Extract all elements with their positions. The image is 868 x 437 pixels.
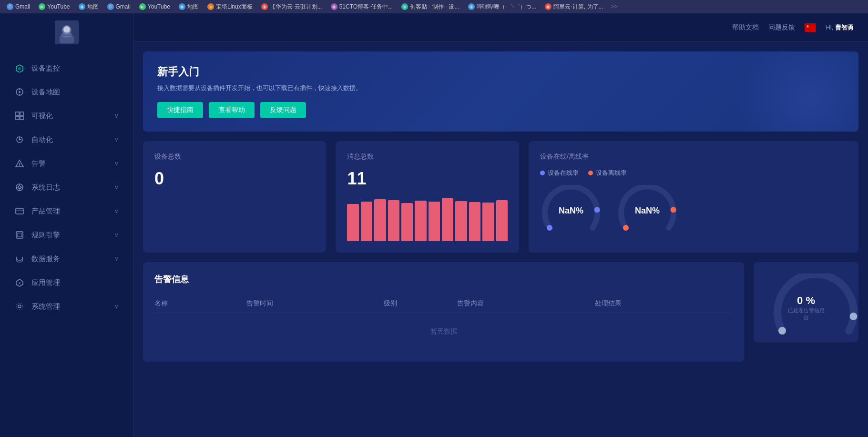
device-total-label: 设备总数 — [154, 152, 315, 161]
main-content: 帮助文档 问题反馈 Hi, 曹智勇 新手入门 接入数据需要从设备插件开发开始，也… — [133, 13, 868, 437]
tab-youtube-2[interactable]: ▶ YouTube — [136, 2, 173, 11]
offline-legend-dot — [588, 171, 593, 175]
svg-rect-27 — [18, 233, 21, 237]
rule-engine-icon — [14, 230, 25, 240]
browser-tab-bar: G Gmail ▶ YouTube ◉ 地图 G Gmail ▶ YouTube… — [0, 0, 868, 13]
alert-table-header: 名称 告警时间 级别 告警内容 处理结果 — [154, 295, 733, 313]
tab-youtube-1[interactable]: ▶ YouTube — [36, 2, 72, 11]
user-greeting: Hi, 曹智勇 — [826, 23, 854, 32]
sidebar-item-device-map[interactable]: 设备地图 — [0, 80, 133, 104]
bar-chart-bar — [469, 202, 480, 241]
device-rate-card: 设备在线/离线率 设备在线率 设备离线率 — [529, 141, 858, 253]
tab-51cto[interactable]: ◉ 51CTO博客-任务中... — [328, 2, 396, 12]
svg-point-3 — [63, 26, 70, 33]
alarm-arrow: ∨ — [114, 160, 119, 167]
sidebar-item-system-log[interactable]: 系统日志 ∨ — [0, 175, 133, 199]
partial-gauge-card: 0 % 已处理告警信息自 — [754, 262, 858, 342]
sidebar-item-data-service[interactable]: 数据服务 ∨ — [0, 247, 133, 271]
system-log-arrow: ∨ — [114, 184, 119, 191]
more-tabs-indicator: >> — [611, 3, 618, 10]
automation-icon — [14, 134, 25, 145]
svg-point-29 — [19, 282, 20, 284]
welcome-desc: 接入数据需要从设备插件开发开始，也可以下载已有插件，快速接入数据。 — [157, 84, 844, 92]
offline-gauge: NaN% — [616, 185, 678, 233]
help-docs-link[interactable]: 帮助文档 — [732, 23, 759, 32]
bar-chart-bar — [415, 201, 426, 241]
tab-baota[interactable]: ◈ 宝塔Linux面板 — [204, 2, 255, 12]
svg-point-18 — [19, 139, 20, 141]
svg-point-4 — [61, 32, 72, 38]
offline-gauge-value: NaN% — [635, 206, 660, 216]
bar-chart-bar — [347, 204, 358, 241]
message-total-value: 11 — [347, 169, 507, 189]
online-gauge-value: NaN% — [559, 206, 583, 216]
youtube-icon-1: ▶ — [39, 3, 45, 10]
device-monitor-icon — [14, 63, 25, 73]
visualization-icon — [14, 111, 25, 121]
device-total-card: 设备总数 0 — [143, 141, 326, 253]
quick-guide-button[interactable]: 快捷指南 — [157, 102, 203, 118]
col-time: 告警时间 — [246, 299, 384, 308]
svg-point-6 — [18, 67, 21, 70]
tab-huawei[interactable]: ◉ 【华为云-云驻计划... — [258, 2, 325, 12]
flag-icon — [805, 23, 816, 32]
online-legend-dot — [540, 171, 545, 175]
svg-point-8 — [19, 91, 20, 93]
stats-row: 设备总数 0 消息总数 11 设备在线/离线率 — [143, 141, 858, 253]
sidebar-item-product-mgmt[interactable]: 产品管理 ∨ — [0, 199, 133, 223]
sidebar-item-visualization[interactable]: 可视化 ∨ — [0, 104, 133, 128]
top-header: 帮助文档 问题反馈 Hi, 曹智勇 — [133, 13, 868, 42]
bar-chart-bar — [496, 200, 508, 241]
bar-chart-bar — [429, 202, 440, 241]
tab-map-2[interactable]: ◉ 地图 — [176, 2, 202, 12]
svg-rect-12 — [20, 112, 23, 115]
sidebar-nav: 设备监控 设备地图 可视化 ∨ 自动化 ∨ — [0, 47, 133, 437]
svg-rect-26 — [16, 232, 23, 238]
alert-empty-text: 暂无数据 — [154, 313, 733, 350]
gauge-circles: NaN% NaN% — [540, 185, 847, 233]
view-help-button[interactable]: 查看帮助 — [209, 102, 255, 118]
huawei-icon: ◉ — [261, 3, 268, 10]
sidebar-item-device-monitor[interactable]: 设备监控 — [0, 56, 133, 80]
offline-legend: 设备离线率 — [588, 169, 627, 177]
map-icon-1: ◉ — [79, 3, 85, 10]
system-log-icon — [14, 182, 25, 193]
product-mgmt-arrow: ∨ — [114, 208, 119, 214]
sidebar-item-app-mgmt[interactable]: 应用管理 — [0, 271, 133, 295]
tab-aliyun[interactable]: ◉ 阿里云-计算, 为了... — [542, 2, 606, 12]
bottom-section: 告警信息 名称 告警时间 级别 告警内容 处理结果 暂无数据 — [143, 262, 858, 362]
51cto-icon: ◉ — [331, 3, 337, 10]
sidebar-item-automation[interactable]: 自动化 ∨ — [0, 128, 133, 152]
feedback-button[interactable]: 反馈问题 — [260, 102, 306, 118]
system-mgmt-arrow: ∨ — [114, 303, 119, 310]
bar-chart-bar — [455, 201, 467, 241]
welcome-buttons: 快捷指南 查看帮助 反馈问题 — [157, 102, 844, 118]
svg-point-21 — [19, 165, 20, 166]
feedback-link[interactable]: 问题反馈 — [768, 23, 795, 32]
svg-point-30 — [18, 305, 21, 308]
bar-chart-bar — [442, 198, 453, 241]
tab-bilibili[interactable]: ◉ 哔哩哔哩（ ゜-゜）つ... — [465, 2, 539, 12]
welcome-card: 新手入门 接入数据需要从设备插件开发开始，也可以下载已有插件，快速接入数据。 快… — [143, 51, 858, 132]
bar-chart-bar — [388, 200, 399, 241]
bar-chart-bar — [361, 202, 372, 241]
sidebar-item-system-mgmt[interactable]: 系统管理 ∨ — [0, 295, 133, 318]
sidebar-logo — [52, 18, 81, 47]
tab-gmail-2[interactable]: G Gmail — [104, 2, 133, 11]
data-service-icon — [14, 254, 25, 264]
device-total-value: 0 — [154, 169, 315, 189]
tab-map-1[interactable]: ◉ 地图 — [76, 2, 102, 12]
online-gauge: NaN% — [540, 185, 602, 233]
sidebar-item-alarm[interactable]: 告警 ∨ — [0, 152, 133, 175]
app-container: 设备监控 设备地图 可视化 ∨ 自动化 ∨ — [0, 13, 868, 437]
map-icon-2: ◉ — [179, 3, 185, 10]
tab-gmail-1[interactable]: G Gmail — [4, 2, 33, 11]
sidebar-item-rule-engine[interactable]: 规则引擎 ∨ — [0, 223, 133, 247]
svg-rect-14 — [20, 116, 23, 120]
bar-chart-bar — [482, 203, 494, 241]
tab-chuangketi[interactable]: ◉ 创客贴 - 制作 - 设... — [398, 2, 462, 12]
alert-section: 告警信息 名称 告警时间 级别 告警内容 处理结果 暂无数据 — [143, 262, 744, 362]
alert-section-title: 告警信息 — [154, 274, 733, 285]
welcome-title: 新手入门 — [157, 65, 844, 79]
col-name: 名称 — [154, 299, 246, 308]
